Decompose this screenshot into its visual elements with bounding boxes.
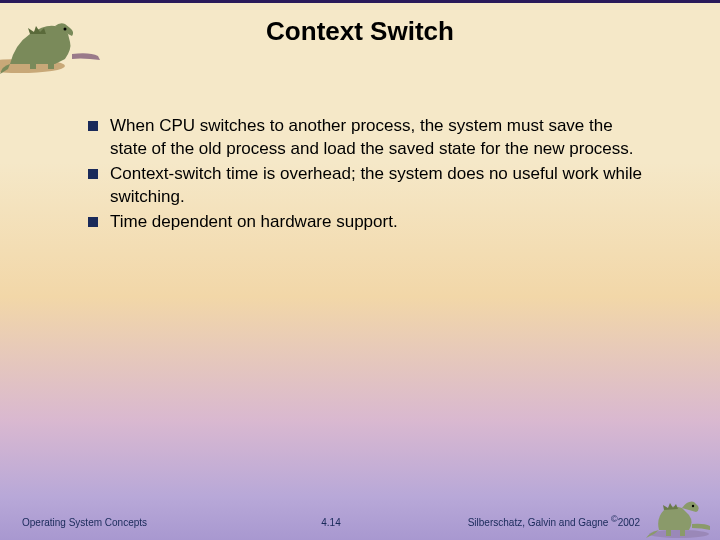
copyright-icon: © <box>611 514 618 524</box>
svg-rect-2 <box>30 59 36 69</box>
bullet-text: Context-switch time is overhead; the sys… <box>110 163 648 209</box>
bullet-text: When CPU switches to another process, th… <box>110 115 648 161</box>
content-area: When CPU switches to another process, th… <box>88 115 648 236</box>
footer-authors: Silberschatz, Galvin and Gagne <box>468 517 611 528</box>
bullet-square-icon <box>88 217 98 227</box>
slide: Context Switch When CPU switches to anot… <box>0 0 720 540</box>
svg-rect-3 <box>48 59 54 69</box>
dinosaur-top-left-icon <box>0 4 105 79</box>
footer: Operating System Concepts 4.14 Silbersch… <box>0 514 720 528</box>
dinosaur-bottom-right-icon <box>644 490 714 540</box>
svg-rect-6 <box>666 528 671 536</box>
top-border <box>0 0 720 3</box>
footer-year: 2002 <box>618 517 640 528</box>
svg-point-1 <box>64 28 67 31</box>
bullet-square-icon <box>88 121 98 131</box>
svg-rect-7 <box>680 528 685 536</box>
bullet-item: Context-switch time is overhead; the sys… <box>88 163 648 209</box>
svg-point-4 <box>649 530 709 538</box>
slide-title: Context Switch <box>0 0 720 47</box>
footer-page-number: 4.14 <box>228 517 434 528</box>
footer-left: Operating System Concepts <box>22 517 228 528</box>
bullet-text: Time dependent on hardware support. <box>110 211 398 234</box>
bullet-square-icon <box>88 169 98 179</box>
bullet-item: Time dependent on hardware support. <box>88 211 648 234</box>
svg-point-5 <box>692 505 694 507</box>
bullet-item: When CPU switches to another process, th… <box>88 115 648 161</box>
